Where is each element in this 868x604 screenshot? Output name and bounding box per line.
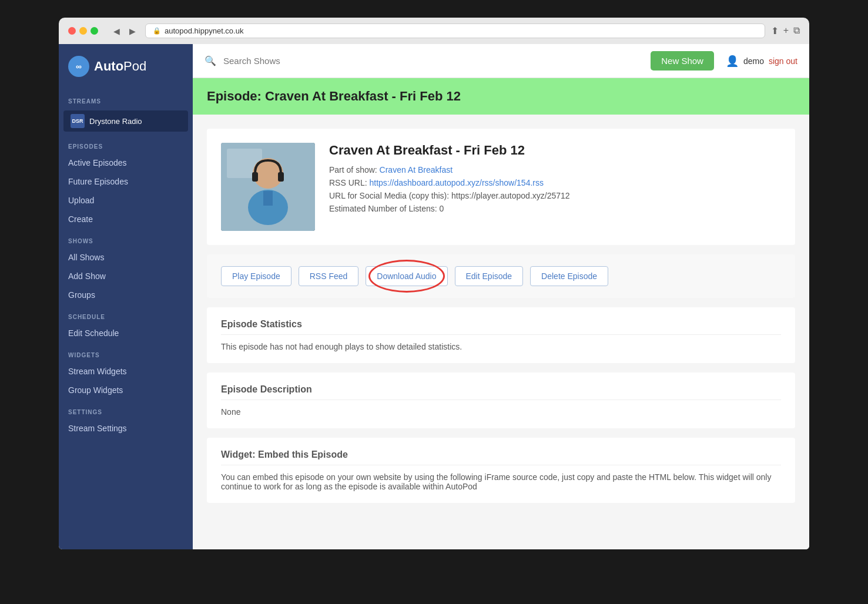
search-icon: 🔍: [205, 55, 216, 66]
sign-out-link[interactable]: sign out: [769, 56, 797, 66]
sidebar-item-group-widgets[interactable]: Group Widgets: [59, 381, 193, 400]
app-logo: ∞ AutoPod: [59, 44, 193, 89]
settings-section-label: SETTINGS: [59, 400, 193, 419]
stream-badge-icon: DSR: [71, 114, 85, 128]
episode-title: Craven At Breakfast - Fri Feb 12: [329, 143, 781, 158]
share-icon[interactable]: ⬆: [771, 25, 779, 36]
address-bar[interactable]: 🔒 autopod.hippynet.co.uk: [145, 24, 765, 38]
username-label: demo: [743, 56, 764, 66]
episode-statistics-section: Episode Statistics This episode has not …: [207, 307, 795, 363]
part-of-show-label: Part of show:: [329, 165, 377, 175]
user-section: 👤 demo sign out: [726, 55, 797, 68]
sidebar-item-upload[interactable]: Upload: [59, 191, 193, 210]
rss-url-link[interactable]: https://dashboard.autopod.xyz/rss/show/1…: [369, 178, 544, 187]
rss-label: RSS URL:: [329, 178, 367, 187]
logo-text: AutoPod: [94, 59, 146, 74]
episode-thumbnail: [221, 143, 315, 231]
episode-actions: Play Episode RSS Feed Download Audio Edi…: [207, 254, 795, 298]
all-shows-label: All Shows: [68, 253, 104, 262]
episode-info: Craven At Breakfast - Fri Feb 12 Part of…: [329, 143, 781, 217]
upload-label: Upload: [68, 196, 94, 205]
widget-embed-section: Widget: Embed this Episode You can embed…: [207, 438, 795, 503]
stream-widgets-label: Stream Widgets: [68, 367, 127, 376]
groups-label: Groups: [68, 290, 95, 300]
sidebar-item-future-episodes[interactable]: Future Episodes: [59, 172, 193, 191]
content-area: 🔍 New Show 👤 demo sign out Episode: Crav…: [193, 44, 809, 549]
episode-show-meta: Part of show: Craven At Breakfast: [329, 165, 781, 175]
edit-schedule-label: Edit Schedule: [68, 328, 119, 338]
main-window: ∞ AutoPod STREAMS DSR Drystone Radio EPI…: [59, 44, 809, 549]
listens-label: Estimated Number of Listens:: [329, 204, 437, 213]
close-button[interactable]: [68, 27, 76, 35]
browser-navigation: ◀ ▶: [110, 25, 139, 37]
rss-feed-button[interactable]: RSS Feed: [299, 266, 359, 286]
future-episodes-label: Future Episodes: [68, 177, 128, 186]
sidebar-item-groups[interactable]: Groups: [59, 286, 193, 304]
episode-description-value: None: [221, 407, 781, 417]
stream-name: Drystone Radio: [89, 117, 142, 126]
active-episodes-label: Active Episodes: [68, 158, 127, 167]
add-show-label: Add Show: [68, 271, 106, 281]
traffic-lights: [68, 27, 98, 35]
maximize-button[interactable]: [91, 27, 98, 35]
group-widgets-label: Group Widgets: [68, 385, 123, 395]
sidebar-item-create[interactable]: Create: [59, 210, 193, 229]
page-title: Episode: Craven At Breakfast - Fri Feb 1…: [207, 89, 795, 104]
sidebar-item-all-shows[interactable]: All Shows: [59, 248, 193, 267]
svg-rect-6: [263, 191, 273, 206]
episode-rss-meta: RSS URL: https://dashboard.autopod.xyz/r…: [329, 178, 781, 187]
delete-episode-button[interactable]: Delete Episode: [530, 266, 608, 286]
episode-statistics-message: This episode has not had enough plays to…: [221, 342, 781, 351]
schedule-section-label: SCHEDULE: [59, 304, 193, 324]
widgets-section-label: WIDGETS: [59, 343, 193, 362]
download-audio-button[interactable]: Download Audio: [366, 266, 447, 286]
user-icon: 👤: [726, 55, 739, 68]
episode-description-title: Episode Description: [221, 384, 781, 400]
forward-button[interactable]: ▶: [126, 25, 139, 37]
social-media-url: https://player.autopod.xyz/25712: [451, 191, 570, 200]
episode-social-meta: URL for Social Media (copy this): https:…: [329, 191, 781, 200]
top-bar: 🔍 New Show 👤 demo sign out: [193, 44, 809, 78]
new-show-button[interactable]: New Show: [651, 51, 714, 71]
minimize-button[interactable]: [79, 27, 87, 35]
browser-chrome: ◀ ▶ 🔒 autopod.hippynet.co.uk ⬆ + ⧉: [59, 18, 809, 44]
sidebar-item-edit-schedule[interactable]: Edit Schedule: [59, 324, 193, 343]
sidebar-item-stream-widgets[interactable]: Stream Widgets: [59, 362, 193, 381]
widget-embed-description: You can embed this episode on your own w…: [221, 472, 781, 491]
back-button[interactable]: ◀: [110, 25, 123, 37]
new-tab-icon[interactable]: +: [783, 25, 789, 36]
episodes-section-label: EPISODES: [59, 134, 193, 153]
logo-icon: ∞: [68, 56, 89, 77]
create-label: Create: [68, 214, 93, 224]
sidebar-item-stream-settings[interactable]: Stream Settings: [59, 419, 193, 438]
episode-card: Craven At Breakfast - Fri Feb 12 Part of…: [207, 129, 795, 245]
tab-overview-icon[interactable]: ⧉: [793, 25, 800, 36]
search-input[interactable]: [223, 56, 644, 66]
sidebar: ∞ AutoPod STREAMS DSR Drystone Radio EPI…: [59, 44, 193, 549]
shows-section-label: SHOWS: [59, 229, 193, 248]
url-text: autopod.hippynet.co.uk: [165, 26, 243, 35]
browser-actions: ⬆ + ⧉: [771, 25, 800, 36]
listens-count: 0: [440, 204, 444, 213]
widget-embed-title: Widget: Embed this Episode: [221, 449, 781, 465]
lock-icon: 🔒: [153, 27, 161, 35]
show-link[interactable]: Craven At Breakfast: [380, 165, 453, 175]
svg-rect-3: [252, 172, 258, 182]
social-media-label: URL for Social Media (copy this):: [329, 191, 449, 200]
play-episode-button[interactable]: Play Episode: [221, 266, 291, 286]
episode-statistics-title: Episode Statistics: [221, 319, 781, 335]
download-audio-wrapper: Download Audio: [366, 266, 447, 286]
episode-description-section: Episode Description None: [207, 373, 795, 428]
thumbnail-image: [221, 143, 315, 231]
page-content: Craven At Breakfast - Fri Feb 12 Part of…: [193, 115, 809, 549]
svg-rect-4: [278, 172, 284, 182]
edit-episode-button[interactable]: Edit Episode: [455, 266, 524, 286]
sidebar-item-add-show[interactable]: Add Show: [59, 267, 193, 286]
streams-section-label: STREAMS: [59, 89, 193, 108]
stream-settings-label: Stream Settings: [68, 424, 127, 433]
sidebar-item-active-episodes[interactable]: Active Episodes: [59, 153, 193, 172]
episode-listens-meta: Estimated Number of Listens: 0: [329, 204, 781, 213]
sidebar-item-drystone-radio[interactable]: DSR Drystone Radio: [63, 110, 188, 132]
page-header: Episode: Craven At Breakfast - Fri Feb 1…: [193, 78, 809, 115]
